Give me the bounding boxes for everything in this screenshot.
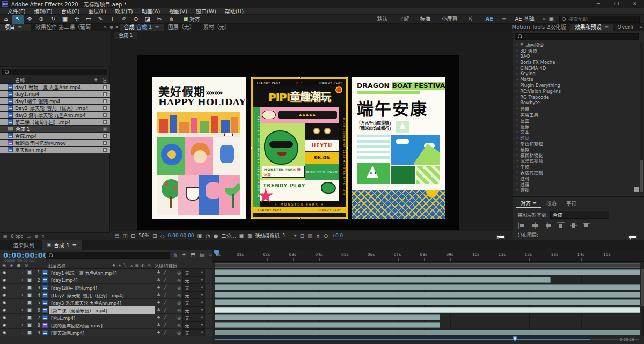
effects-category[interactable]: ›实用工具 xyxy=(513,112,641,118)
layer-name[interactable]: [day1 畅玩一夏 九鱼Ann.mp4] xyxy=(49,269,155,276)
effects-category[interactable]: ›文本 xyxy=(513,129,641,135)
switches-column-icons[interactable]: ♣ ✦ ╲ fx ▦ ◐ ◎ xyxy=(112,263,151,268)
eye-icon[interactable]: ◉ xyxy=(0,285,9,290)
eye-icon[interactable]: ◉ xyxy=(0,270,9,275)
align-to-dropdown[interactable]: 合成▾ xyxy=(550,211,609,219)
workspace-ae-basics[interactable]: AE 基础 xyxy=(509,15,539,24)
workspace-overflow-chevron[interactable]: » xyxy=(541,15,548,23)
show-snapshot-icon[interactable]: ◔ xyxy=(206,233,210,239)
layer-name[interactable]: [Day2_摩天轮_雪儿（优秀）.mp4] xyxy=(49,291,155,299)
effects-category[interactable]: ›Rowbyte xyxy=(513,100,641,106)
align-hcenter-button[interactable] xyxy=(531,222,539,229)
twirl-icon[interactable]: › xyxy=(516,94,518,99)
twirl-icon[interactable]: › xyxy=(516,152,518,157)
parent-dropdown[interactable]: 无▾ xyxy=(182,306,205,314)
snap-checkbox-icon[interactable] xyxy=(184,17,188,21)
twirl-icon[interactable]: › xyxy=(21,285,27,290)
twirl-icon[interactable]: › xyxy=(516,112,518,116)
layer-switches[interactable]: ♣╱ xyxy=(155,292,177,297)
camera-dropdown[interactable]: 活动摄像机 ▾ xyxy=(255,232,279,239)
type-tool-icon[interactable]: T xyxy=(106,15,118,24)
twirl-icon[interactable]: › xyxy=(516,106,518,111)
eye-icon[interactable]: ◉ xyxy=(0,300,9,305)
layer-color-chip[interactable] xyxy=(27,270,32,275)
pan-behind-tool-icon[interactable]: ✢ xyxy=(71,15,83,24)
pickwhip-icon[interactable]: ◎ xyxy=(177,300,181,305)
twirl-icon[interactable]: › xyxy=(21,300,27,305)
poster-happy-holiday[interactable]: 美好假期»»»» HAPPY HOLIDAY xyxy=(152,77,246,219)
menu-item-1[interactable]: 编辑(E) xyxy=(30,8,57,15)
selection-handle[interactable] xyxy=(298,77,301,78)
selection-handle[interactable] xyxy=(347,147,348,149)
twirl-icon[interactable]: › xyxy=(21,308,27,312)
snapshot-icon[interactable]: ▣ xyxy=(197,233,202,239)
selection-handle[interactable] xyxy=(347,218,348,219)
effects-search[interactable] xyxy=(515,33,639,40)
selection-tool-icon[interactable]: ↖ xyxy=(12,15,24,24)
item-check-icon[interactable] xyxy=(103,92,107,96)
tab-overflow-icon[interactable]: » xyxy=(102,24,108,31)
tab-project[interactable]: 项目≡ xyxy=(0,24,31,31)
align-right-button[interactable] xyxy=(544,222,552,229)
twirl-icon[interactable]: › xyxy=(516,71,518,76)
twirl-icon[interactable]: › xyxy=(516,181,518,186)
effects-category[interactable]: ›过渡 xyxy=(513,181,641,187)
panel-menu-icon[interactable]: ≡ xyxy=(604,24,609,30)
playhead-icon[interactable] xyxy=(214,250,220,256)
work-area-track[interactable] xyxy=(212,262,644,269)
fast-previews-icon[interactable]: ⊟ xyxy=(300,233,304,239)
pickwhip-icon[interactable]: ◎ xyxy=(177,315,181,320)
pickwhip-icon[interactable]: ◎ xyxy=(177,277,181,283)
item-check-icon[interactable] xyxy=(103,141,107,145)
magnification-icon[interactable]: ⊡ xyxy=(131,233,135,239)
layer-bar-row[interactable] xyxy=(212,269,644,276)
composition-canvas[interactable]: 美好假期»»»» HAPPY HOLIDAY xyxy=(137,55,459,230)
menu-item-8[interactable]: 帮助(H) xyxy=(221,8,248,15)
tab-paragraph[interactable]: 段落 xyxy=(542,199,561,208)
menu-item-7[interactable]: 窗口(W) xyxy=(192,8,221,15)
workspace-3[interactable]: 小屏幕 xyxy=(436,15,463,24)
poster-pipi-selected[interactable]: TRENDY PLAY✕ ✕TRENDY PLAY PIPI童趣潮玩 DESIG… xyxy=(251,77,348,219)
layer-bar-row[interactable] xyxy=(212,321,644,329)
selection-handle[interactable] xyxy=(251,77,252,78)
project-item[interactable]: 合成 1 xyxy=(0,126,110,133)
comp-mini-flowchart-icon[interactable]: ⋔ xyxy=(173,252,177,258)
layer-bar-row[interactable] xyxy=(212,306,644,314)
layer-name[interactable]: [day1端午 馄饨.mp4] xyxy=(49,284,155,291)
twirl-icon[interactable]: › xyxy=(516,48,518,53)
project-item[interactable]: 合成.mp4 xyxy=(0,133,110,140)
camera-tool-icon[interactable]: ▣ xyxy=(59,15,71,24)
layer-bar-row[interactable] xyxy=(212,284,644,291)
selection-handle[interactable] xyxy=(298,218,301,219)
project-item[interactable]: day3 游乐摩天轮 九鱼Ann.mp4 xyxy=(0,112,110,119)
draft-3d-icon[interactable]: ✦ xyxy=(181,252,186,258)
always-preview-icon[interactable]: ▤ xyxy=(114,233,119,239)
layer-color-chip[interactable] xyxy=(27,301,32,305)
parent-link-column[interactable]: 父级和链接 xyxy=(155,262,178,268)
zoom-tool-icon[interactable]: ⊕ xyxy=(35,15,47,24)
project-columns-header[interactable]: 名称 ◈注 xyxy=(0,77,110,84)
twirl-icon[interactable]: › xyxy=(516,54,518,58)
twirl-icon[interactable]: › xyxy=(516,100,518,105)
tab-effects-presets[interactable]: 效果和预设≡ xyxy=(570,24,613,31)
effects-category[interactable]: ›Boris FX Mocha xyxy=(513,59,641,65)
hide-shy-icon[interactable]: ⬒ xyxy=(191,252,195,258)
align-left-button[interactable] xyxy=(518,222,526,229)
timeline-layer-row[interactable]: ◉›6[第二课（葡萄乐园）.mp4]♣╱◎无▾ xyxy=(0,306,212,314)
twirl-icon[interactable]: › xyxy=(21,277,27,282)
layer-color-chip[interactable] xyxy=(27,308,32,312)
tab-overflow-icon[interactable]: » xyxy=(638,24,644,31)
hand-tool-icon[interactable]: ✥ xyxy=(24,15,35,24)
workspace-ae-badge[interactable]: AE xyxy=(480,15,499,24)
twirl-icon[interactable]: › xyxy=(516,170,518,174)
shape-tool-icon[interactable]: ▭ xyxy=(83,15,94,24)
pixel-aspect-icon[interactable]: ⌖ xyxy=(294,232,297,239)
viewer-timecode[interactable]: 0:00:00:00 xyxy=(167,233,194,238)
menu-item-3[interactable]: 图层(L) xyxy=(84,8,110,15)
align-bottom-button[interactable] xyxy=(583,222,591,229)
timeline-jump-icon[interactable]: ▥ xyxy=(308,233,312,239)
project-item[interactable]: 第二课（葡萄乐园）.mp4 xyxy=(0,119,110,126)
rotate-tool-icon[interactable]: ↻ xyxy=(47,15,59,24)
twirl-icon[interactable]: › xyxy=(516,147,518,151)
interpret-footage-icon[interactable]: ▦ xyxy=(3,234,8,239)
